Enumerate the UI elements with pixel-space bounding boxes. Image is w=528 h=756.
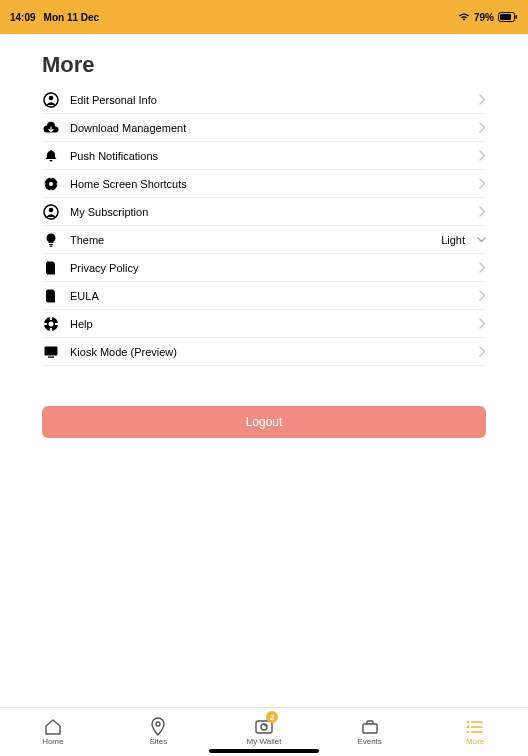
tab-label: Sites	[149, 737, 167, 746]
menu-item-label: Privacy Policy	[70, 262, 469, 274]
menu-item-label: My Subscription	[70, 206, 469, 218]
menu-item-label: EULA	[70, 290, 469, 302]
chevron-right-icon	[479, 346, 486, 357]
help-icon	[42, 315, 60, 333]
menu-item-home-screen-shortcuts[interactable]: Home Screen Shortcuts	[42, 170, 486, 198]
cloud-download-icon	[42, 119, 60, 137]
page-title: More	[0, 34, 528, 86]
svg-rect-30	[471, 726, 483, 728]
menu-item-label: Theme	[70, 234, 431, 246]
menu-item-label: Push Notifications	[70, 150, 469, 162]
svg-rect-8	[50, 189, 51, 191]
menu-item-label: Home Screen Shortcuts	[70, 178, 469, 190]
status-date: Mon 11 Dec	[44, 12, 100, 23]
svg-rect-9	[44, 183, 46, 184]
document-icon	[42, 287, 60, 305]
pin-icon	[147, 718, 169, 736]
tab-badge: 2	[266, 711, 278, 723]
svg-rect-20	[55, 323, 58, 325]
menu-icon	[464, 718, 486, 736]
status-bar-left: 14:09 Mon 11 Dec	[10, 12, 99, 23]
svg-rect-13	[49, 244, 53, 245]
menu-item-label: Download Management	[70, 122, 469, 134]
status-time: 14:09	[10, 12, 36, 23]
menu-item-edit-personal-info[interactable]: Edit Personal Info	[42, 86, 486, 114]
svg-rect-19	[44, 323, 47, 325]
chevron-right-icon	[479, 206, 486, 217]
svg-point-27	[467, 721, 470, 724]
svg-rect-21	[45, 346, 58, 355]
svg-rect-26	[363, 724, 377, 733]
tab-label: My Wallet	[247, 737, 282, 746]
menu-item-eula[interactable]: EULA	[42, 282, 486, 310]
gear-icon	[42, 175, 60, 193]
tab-home[interactable]: Home	[0, 708, 106, 756]
menu-item-help[interactable]: Help	[42, 310, 486, 338]
svg-rect-7	[50, 176, 51, 178]
person-circle-icon	[42, 203, 60, 221]
battery-icon	[498, 12, 518, 22]
wifi-icon	[458, 12, 470, 23]
chevron-right-icon	[479, 150, 486, 161]
chevron-right-icon	[479, 262, 486, 273]
svg-rect-14	[50, 245, 53, 246]
svg-point-23	[156, 722, 160, 726]
chevron-right-icon	[479, 94, 486, 105]
tab-label: Events	[357, 737, 381, 746]
tab-label: Home	[42, 737, 63, 746]
bell-icon	[42, 147, 60, 165]
menu-item-download-management[interactable]: Download Management	[42, 114, 486, 142]
chevron-right-icon	[479, 318, 486, 329]
menu-item-label: Edit Personal Info	[70, 94, 469, 106]
svg-rect-2	[516, 15, 518, 19]
logout-button[interactable]: Logout	[42, 406, 486, 438]
menu-item-my-subscription[interactable]: My Subscription	[42, 198, 486, 226]
dropdown-icon	[477, 237, 486, 243]
svg-point-31	[467, 731, 470, 734]
menu-item-value: Light	[441, 234, 465, 246]
tab-more[interactable]: More	[422, 708, 528, 756]
chevron-right-icon	[479, 178, 486, 189]
monitor-icon	[42, 343, 60, 361]
svg-rect-28	[471, 721, 483, 723]
tab-events[interactable]: Events	[317, 708, 423, 756]
document-icon	[42, 259, 60, 277]
chevron-right-icon	[479, 290, 486, 301]
menu-item-kiosk-mode[interactable]: Kiosk Mode (Preview)	[42, 338, 486, 366]
svg-rect-1	[500, 14, 511, 20]
menu-item-privacy-policy[interactable]: Privacy Policy	[42, 254, 486, 282]
menu-item-label: Help	[70, 318, 469, 330]
svg-rect-10	[57, 183, 59, 184]
svg-point-16	[49, 321, 54, 326]
chevron-right-icon	[479, 122, 486, 133]
person-circle-icon	[42, 91, 60, 109]
svg-point-12	[49, 207, 54, 212]
tab-label: More	[466, 737, 484, 746]
tab-sites[interactable]: Sites	[106, 708, 212, 756]
menu-list: Edit Personal Info Download Management P…	[0, 86, 528, 366]
svg-point-29	[467, 726, 470, 729]
battery-percent: 79%	[474, 12, 494, 23]
svg-rect-17	[50, 317, 52, 320]
svg-rect-22	[48, 356, 54, 357]
svg-rect-18	[50, 328, 52, 331]
briefcase-icon	[359, 718, 381, 736]
svg-point-4	[49, 95, 54, 100]
home-indicator	[209, 749, 319, 753]
svg-rect-32	[471, 731, 483, 733]
status-bar: 14:09 Mon 11 Dec 79%	[0, 0, 528, 34]
lightbulb-icon	[42, 231, 60, 249]
menu-item-push-notifications[interactable]: Push Notifications	[42, 142, 486, 170]
svg-point-6	[49, 182, 53, 186]
menu-item-theme[interactable]: Theme Light	[42, 226, 486, 254]
status-bar-right: 79%	[458, 12, 518, 23]
menu-item-label: Kiosk Mode (Preview)	[70, 346, 469, 358]
home-icon	[42, 718, 64, 736]
